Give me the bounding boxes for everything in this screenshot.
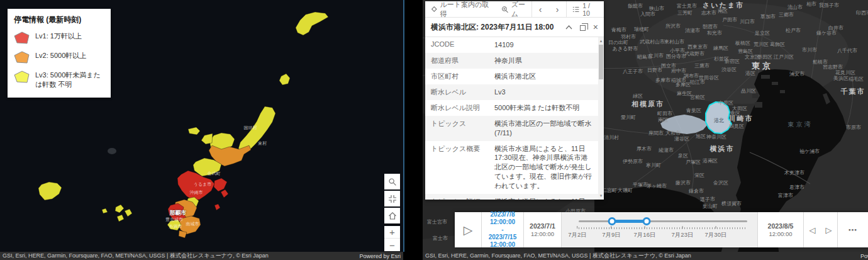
home-button[interactable] bbox=[384, 208, 400, 223]
attribute-row: トピックス詳細 横浜市水道局によると、11日17:30現在、神奈川県横浜市港北区… bbox=[425, 194, 598, 200]
range-end-date: 2023/7/15 bbox=[489, 234, 517, 241]
zoom-to-icon bbox=[501, 6, 508, 13]
close-icon[interactable]: × bbox=[593, 23, 598, 31]
attribute-value: 横浜市港北区 bbox=[492, 69, 598, 84]
range-start-date: 2023/7/8 bbox=[491, 211, 515, 218]
zoom-out-button[interactable]: − bbox=[384, 239, 400, 251]
scroll-up-icon[interactable]: ▴ bbox=[600, 38, 603, 43]
zoom-control: + − bbox=[384, 226, 400, 251]
legend-items: Lv1: 1万軒以上 Lv2: 5000軒以上 Lv3: 5000軒未満または軒… bbox=[14, 31, 104, 89]
tick-mark bbox=[682, 226, 682, 229]
play-button[interactable]: ▷ bbox=[455, 212, 482, 247]
legend-item: Lv2: 5000軒以上 bbox=[14, 51, 104, 64]
time-tick: 7月9日 bbox=[602, 226, 621, 239]
chevron-up-icon[interactable] bbox=[565, 25, 572, 30]
legend-swatch-icon bbox=[14, 51, 30, 64]
dock-icon[interactable] bbox=[580, 25, 586, 31]
legend-item-label: Lv2: 5000軒以上 bbox=[35, 51, 86, 60]
right-attribution-bar: GSI, Esri, HERE, Garmin, Foursquare, FAO… bbox=[423, 252, 868, 260]
slider-track-area[interactable]: 7月2日 7月9日 7月16日 7月23日 7月30日 bbox=[562, 212, 758, 247]
attribute-value: 神奈川県 bbox=[492, 53, 598, 69]
time-tick: 7月30日 bbox=[705, 226, 727, 239]
step-buttons: ◁ ▷ bbox=[804, 212, 838, 247]
directions-icon bbox=[431, 6, 438, 13]
full-extent-start: 2023/7/1 12:00:00 bbox=[524, 212, 562, 247]
attribute-row: 都道府県 神奈川県 bbox=[425, 53, 598, 69]
attribute-label: 都道府県 bbox=[425, 53, 492, 69]
collapse-icon bbox=[388, 195, 397, 203]
time-range-handle-end[interactable] bbox=[643, 217, 651, 225]
search-button[interactable] bbox=[384, 174, 400, 189]
attribution-text: GSI, Esri, HERE, Garmin, Foursquare, FAO… bbox=[3, 252, 269, 260]
previous-feature-button[interactable]: ‹ bbox=[531, 1, 549, 17]
attribute-label: トピックス bbox=[425, 116, 492, 141]
time-tick: 7月23日 bbox=[672, 226, 694, 239]
attribute-value: Lv3 bbox=[492, 84, 598, 100]
powered-by-esri-link[interactable]: Powered by Esri bbox=[359, 253, 401, 259]
legend-item-label: Lv1: 1万軒以上 bbox=[35, 31, 82, 41]
collapse-extent-button[interactable] bbox=[384, 191, 400, 206]
tick-label: 7月23日 bbox=[672, 231, 694, 239]
legend-swatch-icon bbox=[14, 31, 30, 45]
attribute-row: トピックス 横浜市港北区の一部地域で断水 (7/11) bbox=[425, 116, 598, 141]
range-end-time: 12:00:00 bbox=[490, 241, 515, 249]
zoom-in-button[interactable]: + bbox=[384, 226, 400, 239]
current-range: 2023/7/8 12:00:00 - 2023/7/15 12:00:00 bbox=[482, 212, 524, 247]
get-directions-button[interactable]: ルート案内の取得 bbox=[431, 0, 493, 19]
tick-mark bbox=[644, 226, 645, 229]
range-separator: - bbox=[501, 226, 503, 234]
attribute-row: 断水レベル説明 5000軒未満または軒数不明 bbox=[425, 100, 598, 116]
attribute-label: 断水レベル説明 bbox=[425, 100, 492, 116]
attribute-value: 横浜市水道局によると、11日17:30現在、神奈川県横浜市港北区の一部地域で断水… bbox=[492, 141, 598, 194]
attribute-row: JCODE 14109 bbox=[425, 37, 598, 53]
powered-by-esri-link[interactable]: Powered by Esri bbox=[860, 253, 868, 259]
time-slider: ▷ 2023/7/8 12:00:00 - 2023/7/15 12:00:00… bbox=[455, 212, 868, 247]
popup-title: 横浜市港北区: 2023年7月11日 18:00 bbox=[431, 22, 554, 33]
feature-popup: ルート案内の取得 ズーム ‹ › 1 / 10 bbox=[425, 1, 604, 200]
selected-feature-kohoku[interactable] bbox=[706, 102, 732, 133]
legend-swatch-icon bbox=[14, 71, 30, 84]
tick-label: 7月30日 bbox=[705, 231, 727, 239]
scroll-down-icon[interactable]: ▾ bbox=[600, 193, 603, 198]
more-options-button[interactable]: ⋯ bbox=[838, 212, 868, 247]
attribute-value: 5000軒未満または軒数不明 bbox=[492, 100, 598, 116]
attribute-label: 市区町村 bbox=[425, 69, 492, 84]
legend-item: Lv3: 5000軒未満または軒数 不明 bbox=[14, 71, 104, 89]
attribute-label: 断水レベル bbox=[425, 84, 492, 100]
attribute-value: 14109 bbox=[492, 37, 598, 53]
attribute-label: トピックス概要 bbox=[425, 141, 492, 194]
step-back-button[interactable]: ◁ bbox=[810, 225, 816, 235]
time-tick: 7月2日 bbox=[568, 226, 587, 239]
outage-legend: 停電情報 (最新時刻) Lv1: 1万軒以上 Lv2: 5000軒以上 bbox=[8, 9, 111, 98]
pane-divider bbox=[403, 0, 404, 252]
attribute-row: トピックス概要 横浜市水道局によると、11日17:30現在、神奈川県横浜市港北区… bbox=[425, 141, 598, 194]
popup-pagination: ‹ › 1 / 10 bbox=[531, 1, 604, 17]
attribution-text: GSI, Esri, HERE, Garmin, Foursquare, FAO… bbox=[425, 252, 691, 260]
attribute-row: 断水レベル Lv3 bbox=[425, 84, 598, 100]
slider-track[interactable] bbox=[579, 220, 747, 222]
popup-toolbar: ルート案内の取得 ズーム ‹ › 1 / 10 bbox=[425, 1, 604, 18]
next-feature-button[interactable]: › bbox=[548, 1, 566, 17]
legend-item-label: Lv3: 5000軒未満または軒数 不明 bbox=[35, 71, 104, 89]
tick-label: 7月2日 bbox=[568, 231, 587, 239]
legend-item: Lv1: 1万軒以上 bbox=[14, 31, 104, 45]
popup-header: 横浜市港北区: 2023年7月11日 18:00 × bbox=[425, 18, 604, 37]
zoom-to-feature-button[interactable]: ズーム bbox=[501, 0, 531, 19]
attribute-label: JCODE bbox=[425, 37, 492, 53]
time-range-handle-start[interactable] bbox=[608, 217, 616, 225]
slider-range-fill bbox=[612, 220, 647, 223]
attribute-label: トピックス詳細 bbox=[425, 194, 492, 200]
popup-header-icons: × bbox=[565, 23, 598, 31]
step-forward-button[interactable]: ▷ bbox=[826, 225, 832, 235]
tick-mark bbox=[611, 226, 611, 229]
left-attribution-bar: GSI, Esri, HERE, Garmin, Foursquare, FAO… bbox=[0, 252, 403, 260]
list-icon bbox=[572, 6, 579, 13]
search-icon bbox=[388, 178, 397, 186]
feature-count: 1 / 10 bbox=[566, 1, 604, 17]
full-extent-end: 2023/8/5 12:00:00 bbox=[758, 212, 804, 247]
scrollbar-thumb[interactable] bbox=[599, 45, 603, 79]
range-start-time: 12:00:00 bbox=[490, 218, 515, 226]
time-tick: 7月16日 bbox=[634, 226, 656, 239]
popup-body: JCODE 14109 都道府県 神奈川県 市区町村 横浜市港北区 断水レベル … bbox=[425, 37, 604, 200]
tick-mark bbox=[715, 226, 716, 229]
